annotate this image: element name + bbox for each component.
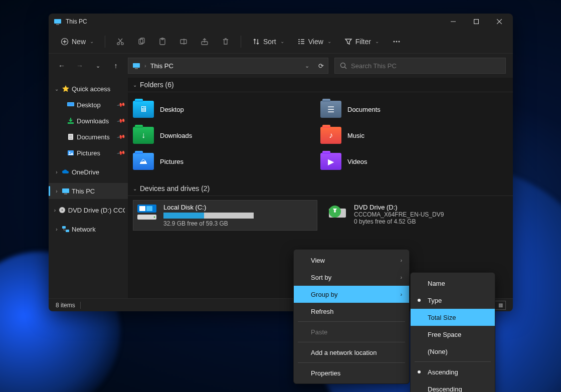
drives-header[interactable]: ⌄ Devices and drives (2): [128, 181, 513, 196]
more-button[interactable]: [390, 34, 403, 50]
view-button[interactable]: View ⌄: [295, 34, 333, 50]
submenu-total-size[interactable]: Total Size: [411, 309, 495, 326]
breadcrumb-chevron-icon[interactable]: ›: [144, 63, 146, 69]
star-icon: [62, 85, 70, 93]
sidebar-dvd[interactable]: › DVD Drive (D:) CCCOMA_X64FRE_EN-US_DV9: [49, 202, 128, 218]
sidebar-item-documents[interactable]: Documents 📌: [49, 129, 128, 145]
rename-button[interactable]: [177, 34, 190, 50]
address-bar[interactable]: › This PC ⌄ ⟳: [128, 58, 328, 74]
menu-label: Ascending: [428, 368, 458, 376]
drive-d[interactable]: DVD Drive (D:) CCCOMA_X64FRE_EN-US_DV9 0…: [323, 200, 508, 231]
filter-button[interactable]: Filter ⌄: [342, 34, 381, 50]
sidebar-item-label: This PC: [72, 187, 95, 195]
sidebar-network[interactable]: › Network: [49, 221, 128, 237]
separator: [298, 342, 405, 342]
pin-icon: 📌: [117, 116, 126, 126]
menu-view[interactable]: View ›: [294, 252, 409, 269]
chevron-down-icon[interactable]: ⌄: [133, 186, 137, 191]
sidebar-quick-access[interactable]: ⌄ Quick access: [49, 81, 128, 97]
back-button[interactable]: ←: [56, 62, 68, 70]
chevron-down-icon[interactable]: ⌄: [54, 86, 60, 92]
chevron-down-icon[interactable]: ⌄: [133, 82, 137, 88]
status-count: 8 items: [56, 302, 75, 309]
svg-rect-46: [62, 226, 66, 229]
chevron-right-icon[interactable]: ›: [54, 169, 60, 175]
submenu-descending[interactable]: Descending: [411, 380, 495, 392]
svg-rect-50: [146, 206, 152, 211]
thispc-icon: [62, 187, 70, 195]
menu-add-network[interactable]: Add a network location: [294, 344, 409, 361]
file-explorer-window: This PC New ⌄ Sort: [49, 14, 513, 311]
forward-button[interactable]: →: [74, 62, 86, 70]
cut-button[interactable]: [114, 34, 126, 50]
folder-videos[interactable]: ▶ Videos: [320, 148, 508, 174]
breadcrumb[interactable]: This PC: [150, 62, 173, 70]
sidebar-onedrive[interactable]: › OneDrive: [49, 164, 128, 180]
drive-c[interactable]: Local Disk (C:) 32.9 GB free of 59.3 GB: [133, 200, 317, 231]
search-input[interactable]: [351, 62, 500, 70]
address-dropdown[interactable]: ⌄: [305, 63, 309, 69]
new-button[interactable]: New ⌄: [59, 34, 96, 50]
svg-point-45: [61, 210, 63, 211]
separator: [298, 362, 405, 363]
chevron-right-icon[interactable]: ›: [54, 188, 60, 194]
recent-button[interactable]: ⌄: [92, 63, 104, 69]
delete-button[interactable]: [220, 34, 232, 50]
cloud-icon: [62, 168, 70, 176]
chevron-down-icon: ⌄: [280, 39, 284, 44]
submenu-name[interactable]: Name: [411, 275, 495, 292]
close-button[interactable]: [488, 14, 511, 30]
sidebar-item-downloads[interactable]: Downloads 📌: [49, 113, 128, 129]
view-label: View: [308, 38, 323, 46]
sidebar-item-desktop[interactable]: Desktop 📌: [49, 97, 128, 113]
chevron-right-icon[interactable]: ›: [54, 227, 60, 232]
menu-group-by[interactable]: Group by ›: [294, 286, 409, 303]
share-button[interactable]: [199, 34, 211, 50]
svg-rect-30: [135, 68, 138, 69]
copy-button[interactable]: [135, 34, 147, 50]
svg-rect-35: [68, 122, 74, 124]
up-button[interactable]: ↑: [110, 62, 122, 70]
svg-line-32: [345, 67, 347, 69]
sidebar-thispc[interactable]: › This PC: [49, 183, 128, 199]
minimize-button[interactable]: [442, 14, 465, 30]
menu-label: Total Size: [428, 314, 456, 321]
separator: [105, 36, 105, 48]
menu-refresh[interactable]: Refresh: [294, 303, 409, 320]
svg-point-31: [341, 63, 345, 68]
menu-sort-by[interactable]: Sort by ›: [294, 269, 409, 286]
download-icon: ↓: [141, 131, 145, 140]
folder-label: Desktop: [160, 106, 184, 113]
separator: [241, 36, 241, 48]
menu-label: View: [311, 257, 325, 264]
folder-pictures[interactable]: ⛰ Pictures: [133, 148, 320, 174]
chevron-right-icon[interactable]: ›: [54, 208, 56, 213]
folder-downloads[interactable]: ↓ Downloads: [133, 122, 320, 148]
submenu-type[interactable]: Type: [411, 292, 495, 309]
pin-icon: 📌: [117, 132, 126, 142]
search-bar[interactable]: [334, 58, 506, 74]
paste-button[interactable]: [156, 34, 168, 50]
sidebar-item-pictures[interactable]: Pictures 📌: [49, 145, 128, 161]
submenu-free-space[interactable]: Free Space: [411, 326, 495, 343]
icons-view-button[interactable]: ▦: [495, 301, 506, 310]
folder-documents[interactable]: ☰ Documents: [320, 96, 508, 122]
refresh-button[interactable]: ⟳: [318, 62, 324, 70]
menu-label: (None): [428, 348, 448, 355]
svg-rect-29: [133, 63, 140, 68]
folders-header[interactable]: ⌄ Folders (6): [128, 78, 513, 92]
chevron-right-icon: ›: [401, 275, 402, 280]
menu-label: Group by: [311, 291, 337, 298]
drive-free-text: 32.9 GB free of 59.3 GB: [163, 220, 254, 227]
svg-point-10: [121, 42, 123, 44]
thispc-icon: [132, 62, 140, 70]
maximize-button[interactable]: [465, 14, 488, 30]
sort-button[interactable]: Sort ⌄: [250, 34, 286, 50]
titlebar[interactable]: This PC: [49, 14, 513, 30]
folder-music[interactable]: ♪ Music: [320, 122, 508, 148]
submenu-ascending[interactable]: Ascending: [411, 363, 495, 380]
folder-desktop[interactable]: 🖥 Desktop: [133, 96, 320, 122]
menu-properties[interactable]: Properties: [294, 364, 409, 381]
folders-header-label: Folders (6): [140, 81, 174, 89]
submenu-none[interactable]: (None): [411, 343, 495, 360]
